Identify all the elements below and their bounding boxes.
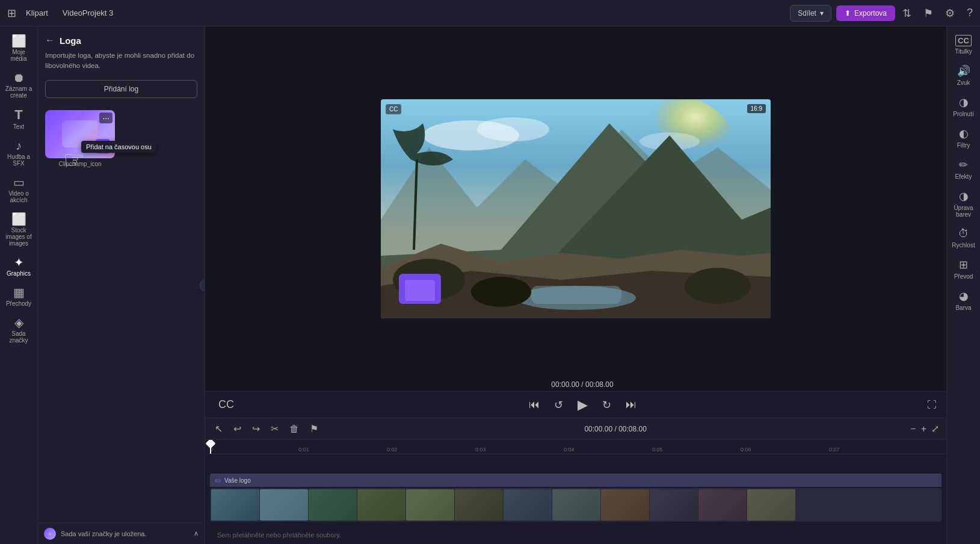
share-people-icon[interactable]: ⇅ (902, 7, 911, 20)
panel-title: Loga (60, 36, 81, 46)
sidebar-item-record-create[interactable]: ⏺ Záznam a create (2, 68, 35, 102)
playback-right: ⛶ (927, 400, 937, 410)
transitions-icon: ▦ (13, 286, 25, 298)
mountain-scene-svg (381, 99, 771, 318)
forward-button[interactable]: ↻ (599, 396, 615, 414)
color-correct-label: Úprava barev (951, 205, 976, 218)
effects-label: Efekty (955, 173, 972, 180)
sidebar-item-graphics[interactable]: ✦ Graphics (2, 253, 35, 280)
panel-description: Importujte loga, abyste je mohli snadno … (38, 51, 205, 78)
logo-more-button[interactable]: ··· (99, 113, 112, 123)
logo-card: + ··· (45, 110, 115, 158)
fit-timeline-button[interactable]: ⤢ (931, 423, 939, 434)
svg-rect-11 (531, 286, 621, 304)
top-actions: Sdílet ▾ ⬆ Exportova (790, 5, 902, 22)
right-sidebar-color-correct[interactable]: ◑ Úprava barev (949, 186, 979, 221)
music-label: Hudba a SFX (4, 153, 33, 167)
main-layout: ⬜ Moje média ⏺ Záznam a create T Text ♪ … (0, 26, 980, 544)
right-sidebar-transition[interactable]: ◑ Prolnutí (949, 92, 979, 121)
right-sidebar-subtitles[interactable]: CC Titulky (949, 31, 979, 58)
project-name: VideoProjekt 3 (63, 8, 113, 17)
sidebar-item-video-actions[interactable]: ▭ Video o akcích (2, 173, 35, 207)
rewind-button[interactable]: ↺ (550, 396, 567, 414)
graphics-icon: ✦ (14, 256, 24, 268)
drop-zone[interactable]: Sem přetáhněte nebo přetáhněte soubory. (210, 524, 941, 544)
play-button[interactable]: ▶ (574, 395, 591, 415)
brand-kit-expand-button[interactable]: ∧ (194, 530, 199, 537)
icon-sidebar: ⬜ Moje média ⏺ Záznam a create T Text ♪ … (0, 26, 38, 544)
grid-icon[interactable]: ⊞ (7, 7, 16, 20)
logo-name: Clipchamp_icon (45, 161, 115, 167)
right-sidebar-filters[interactable]: ◐ Filtry (949, 123, 979, 152)
video-preview: CC 16:9 (381, 99, 771, 318)
playback-center: ⏮ ↺ ▶ ↻ ⏭ (525, 395, 640, 415)
skip-fwd-button[interactable]: ⏭ (622, 396, 640, 413)
sound-label: Zvuk (957, 79, 970, 86)
timeline-tracks: ▭ Vaše logo (205, 454, 946, 544)
timeline-time-display: 00:00.00 / 00:08.00 (327, 425, 904, 433)
delete-button[interactable]: 🗑 (287, 422, 301, 436)
sound-icon: 🔊 (957, 64, 970, 78)
cursor-tool-button[interactable]: ↖ (212, 422, 225, 436)
cc-ctrl-button[interactable]: CC (215, 396, 238, 413)
track-header: ▭ Vaše logo (210, 474, 941, 487)
sidebar-item-music-sfx[interactable]: ♪ Hudba a SFX (2, 136, 35, 170)
right-sidebar-color[interactable]: ◕ Barva (949, 286, 979, 315)
transition-label: Prolnutí (953, 111, 973, 117)
right-sidebar: CC Titulky 🔊 Zvuk ◑ Prolnutí ◐ Filtry ✏ … (946, 26, 980, 544)
timeline-toolbar: ↖ ↩ ↪ ✂ 🗑 ⚑ 00:00.00 / 00:08.00 − + ⤢ (205, 418, 946, 440)
panel-back-button[interactable]: ← (45, 35, 55, 46)
panel: ← Loga Importujte loga, abyste je mohli … (38, 26, 205, 544)
topbar: ⊞ Klipart VideoProjekt 3 Sdílet ▾ ⬆ Expo… (0, 0, 980, 26)
settings-icon[interactable]: ⚙ (945, 7, 955, 20)
music-icon: ♪ (16, 140, 22, 152)
add-logo-button[interactable]: Přidání log (45, 80, 197, 98)
record-icon: ⏺ (13, 72, 25, 84)
filters-icon: ◐ (959, 127, 969, 140)
brand-kit-icon: ◈ (14, 317, 23, 329)
sidebar-item-transitions[interactable]: ▦ Přechody (2, 283, 35, 311)
text-label: Text (13, 123, 24, 130)
record-label: Záznam a create (4, 85, 33, 99)
export-button[interactable]: ⬆ Exportova (836, 5, 895, 21)
stock-label: Stock images of images (4, 227, 33, 247)
logo-item[interactable]: + ··· Clipchamp_icon Přidat na časovou o… (45, 110, 115, 167)
cc-badge[interactable]: CC (386, 104, 401, 114)
cut-button[interactable]: ✂ (268, 422, 281, 436)
sidebar-item-my-media[interactable]: ⬜ Moje média (2, 31, 35, 66)
help-icon[interactable]: ? (967, 7, 973, 19)
sidebar-item-stock-images[interactable]: ⬜ Stock images of images (2, 209, 35, 250)
effects-icon: ✏ (959, 158, 968, 172)
track-content-bar[interactable] (210, 488, 941, 522)
flag-icon[interactable]: ⚑ (923, 7, 933, 20)
share-button[interactable]: Sdílet ▾ (790, 5, 831, 22)
video-icon: ▭ (13, 176, 25, 188)
panel-content: + ··· Clipchamp_icon Přidat na časovou o… (38, 105, 205, 523)
transform-label: Převod (954, 273, 973, 280)
zoom-out-button[interactable]: − (910, 424, 916, 434)
right-sidebar-sound[interactable]: 🔊 Zvuk (949, 61, 979, 90)
undo-button[interactable]: ↩ (231, 422, 244, 436)
playback-center-area: ⏮ ↺ ▶ ↻ ⏭ 00:00.00 / 00:08.00 (238, 395, 927, 415)
drop-zone-label: Sem přetáhněte nebo přetáhněte soubory. (217, 531, 341, 539)
sidebar-item-brand-kit[interactable]: ◈ Sada značky (2, 313, 35, 347)
transition-icon: ◑ (959, 96, 969, 109)
sidebar-item-text[interactable]: T Text (2, 105, 35, 134)
video-area: CC 16:9 (205, 26, 946, 391)
svg-point-14 (471, 277, 531, 307)
zoom-controls: − + ⤢ (910, 423, 939, 434)
panel-header: ← Loga (38, 26, 205, 51)
topbar-icons: ⇅ ⚑ ⚙ ? (902, 7, 973, 20)
redo-button[interactable]: ↪ (250, 422, 262, 436)
zoom-in-button[interactable]: + (921, 424, 926, 434)
export-up-icon: ⬆ (845, 9, 851, 17)
fullscreen-button[interactable]: ⛶ (927, 400, 937, 410)
color-label: Barva (955, 304, 971, 311)
flag-timeline-button[interactable]: ⚑ (307, 422, 321, 436)
right-sidebar-transform[interactable]: ⊞ Převod (949, 255, 979, 283)
skip-back-button[interactable]: ⏮ (525, 396, 543, 413)
my-media-label: Moje média (4, 49, 33, 62)
right-sidebar-speed[interactable]: ⏱ Rychlost (949, 224, 979, 252)
right-sidebar-effects[interactable]: ✏ Efekty (949, 155, 979, 184)
center-area: CC 16:9 CC ⏮ ↺ ▶ ↻ ⏭ 00: (205, 26, 946, 544)
